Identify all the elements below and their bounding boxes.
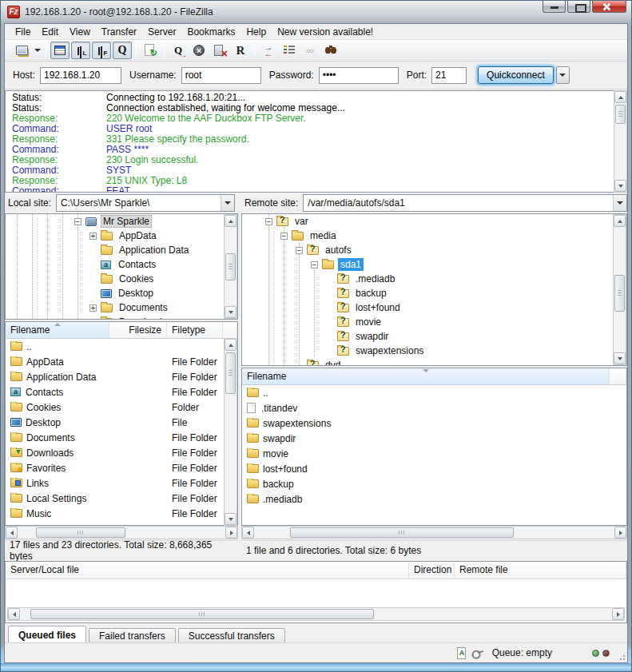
toggle-message-log-button[interactable] bbox=[50, 42, 70, 59]
directory-comparison-button[interactable] bbox=[259, 42, 278, 59]
menu-item-new-version-available[interactable]: New version available! bbox=[272, 25, 379, 39]
tree-item-documents[interactable]: +Documents bbox=[6, 300, 237, 315]
tree-item-mr-sparkle[interactable]: −Mr Sparkle bbox=[6, 214, 237, 229]
file-row-backup[interactable]: backup bbox=[242, 476, 626, 491]
quickconnect-button[interactable]: Quickconnect bbox=[478, 66, 554, 84]
tree-item-movie[interactable]: movie bbox=[242, 315, 626, 329]
file-row-mediadb[interactable]: .mediadb bbox=[242, 491, 626, 507]
menu-item-file[interactable]: File bbox=[10, 25, 36, 39]
tree-item-mediadb[interactable]: .mediadb bbox=[242, 272, 626, 286]
username-input[interactable] bbox=[181, 67, 261, 84]
remote-tree-scrollbar[interactable] bbox=[613, 214, 626, 365]
menu-item-view[interactable]: View bbox=[64, 25, 96, 39]
scroll-up-button[interactable] bbox=[225, 339, 237, 351]
close-button[interactable] bbox=[592, 1, 626, 13]
tree-expander-icon[interactable]: − bbox=[265, 218, 272, 225]
scrollbar-thumb[interactable] bbox=[290, 527, 514, 538]
tree-item-media[interactable]: −media bbox=[242, 229, 626, 243]
tree-expander-icon[interactable]: + bbox=[89, 233, 97, 240]
host-input[interactable] bbox=[40, 67, 121, 84]
cancel-button[interactable] bbox=[189, 42, 209, 59]
tree-expander-icon[interactable]: + bbox=[89, 304, 97, 312]
file-row-movie[interactable]: movie bbox=[242, 446, 626, 461]
tab-queued-files[interactable]: Queued files bbox=[8, 626, 86, 644]
file-row-lost-found[interactable]: lost+found bbox=[242, 461, 626, 476]
menu-item-edit[interactable]: Edit bbox=[36, 25, 64, 39]
tree-item-var[interactable]: −var bbox=[242, 214, 626, 229]
find-files-button[interactable] bbox=[321, 42, 340, 59]
minimize-button[interactable] bbox=[543, 1, 566, 13]
scrollbar-thumb[interactable] bbox=[30, 609, 374, 619]
tree-item-sda1[interactable]: −sda1 bbox=[242, 257, 626, 272]
tab-failed-transfers[interactable]: Failed transfers bbox=[89, 628, 176, 644]
scroll-down-button[interactable] bbox=[225, 306, 237, 318]
remote-site-dropdown-button[interactable] bbox=[613, 195, 626, 211]
tree-item-cookies[interactable]: Cookies bbox=[6, 272, 237, 286]
tree-item-downloads[interactable]: +Downloads bbox=[6, 315, 237, 320]
file-row-downloads[interactable]: DownloadsFile Folder bbox=[6, 445, 237, 460]
site-manager-button[interactable] bbox=[12, 42, 31, 59]
synchronized-browsing-button[interactable] bbox=[280, 42, 299, 59]
menu-item-bookmarks[interactable]: Bookmarks bbox=[181, 25, 240, 39]
tree-item-autofs[interactable]: −autofs bbox=[242, 243, 626, 257]
tree-expander-icon[interactable]: + bbox=[89, 319, 97, 320]
remote-site-combo[interactable]: /var/media/autofs/sda1 bbox=[303, 194, 627, 212]
scroll-left-button[interactable] bbox=[8, 608, 20, 620]
file-row-appdata[interactable]: AppDataFile Folder bbox=[6, 354, 237, 369]
quickconnect-dropdown-button[interactable] bbox=[556, 66, 570, 84]
site-manager-dropdown-button[interactable] bbox=[32, 42, 42, 59]
scrollbar-thumb[interactable] bbox=[614, 275, 625, 312]
tree-item-swapdir[interactable]: swapdir bbox=[242, 329, 626, 344]
scroll-right-button[interactable] bbox=[614, 527, 626, 539]
column-header-filename[interactable]: Filename bbox=[242, 368, 610, 384]
toggle-remote-tree-button[interactable] bbox=[92, 42, 111, 59]
file-row-[interactable]: .. bbox=[6, 339, 237, 354]
column-header-filetype[interactable]: Filetype bbox=[167, 322, 223, 338]
remote-list-hscrollbar[interactable] bbox=[241, 526, 627, 539]
toggle-local-tree-button[interactable] bbox=[71, 42, 90, 59]
file-row-swapdir[interactable]: swapdir bbox=[242, 431, 626, 446]
local-site-dropdown-button[interactable] bbox=[221, 195, 234, 211]
scroll-up-button[interactable] bbox=[225, 215, 237, 227]
queue-column-remote-file[interactable]: Remote file bbox=[455, 562, 626, 579]
file-row-music[interactable]: MusicFile Folder bbox=[6, 506, 237, 521]
queue-hscrollbar[interactable] bbox=[7, 607, 625, 621]
file-row-titandev[interactable]: .titandev bbox=[242, 400, 626, 416]
local-site-combo[interactable]: C:\Users\Mr Sparkle\ bbox=[56, 194, 235, 212]
local-list-hscrollbar[interactable] bbox=[5, 526, 238, 539]
file-row-favorites[interactable]: FavoritesFile Folder bbox=[6, 460, 237, 475]
tree-expander-icon[interactable]: − bbox=[311, 261, 318, 268]
file-row-desktop[interactable]: DesktopFile bbox=[6, 415, 237, 430]
file-row-swapextensions[interactable]: swapextensions bbox=[242, 416, 626, 431]
port-input[interactable] bbox=[431, 67, 467, 84]
column-header-filesize[interactable]: Filesize bbox=[109, 322, 167, 338]
toggle-queue-button[interactable] bbox=[113, 42, 132, 59]
scroll-left-button[interactable] bbox=[6, 527, 18, 539]
file-row-local-settings[interactable]: Local SettingsFile Folder bbox=[6, 491, 237, 506]
refresh-button[interactable] bbox=[141, 42, 160, 59]
scrollbar-thumb[interactable] bbox=[615, 105, 626, 124]
scrollbar-thumb[interactable] bbox=[225, 352, 236, 394]
scroll-right-button[interactable] bbox=[612, 608, 624, 620]
tree-item-swapextensions[interactable]: swapextensions bbox=[242, 344, 626, 358]
scroll-down-button[interactable] bbox=[225, 513, 237, 525]
scrollbar-thumb[interactable] bbox=[225, 253, 236, 280]
menu-item-help[interactable]: Help bbox=[240, 25, 272, 39]
file-row-application-data[interactable]: Application DataFile Folder bbox=[6, 369, 237, 384]
file-row-documents[interactable]: DocumentsFile Folder bbox=[6, 430, 237, 445]
reconnect-button[interactable] bbox=[231, 42, 250, 59]
tab-successful-transfers[interactable]: Successful transfers bbox=[178, 628, 285, 644]
process-queue-button[interactable] bbox=[169, 42, 188, 59]
scrollbar-thumb[interactable] bbox=[36, 527, 125, 538]
tree-item-appdata[interactable]: +AppData bbox=[6, 229, 237, 243]
tree-item-contacts[interactable]: Contacts bbox=[6, 257, 237, 272]
file-row-[interactable]: .. bbox=[242, 385, 626, 400]
tree-item-dvd[interactable]: dvd bbox=[242, 358, 626, 366]
queue-column-direction[interactable]: Direction bbox=[409, 562, 455, 579]
tree-expander-icon[interactable]: − bbox=[280, 233, 288, 240]
disconnect-button[interactable] bbox=[210, 42, 229, 59]
tree-expander-icon[interactable]: − bbox=[74, 218, 81, 225]
panel-splitter[interactable] bbox=[238, 193, 241, 559]
scroll-left-button[interactable] bbox=[242, 527, 254, 539]
tree-item-backup[interactable]: backup bbox=[242, 286, 626, 300]
